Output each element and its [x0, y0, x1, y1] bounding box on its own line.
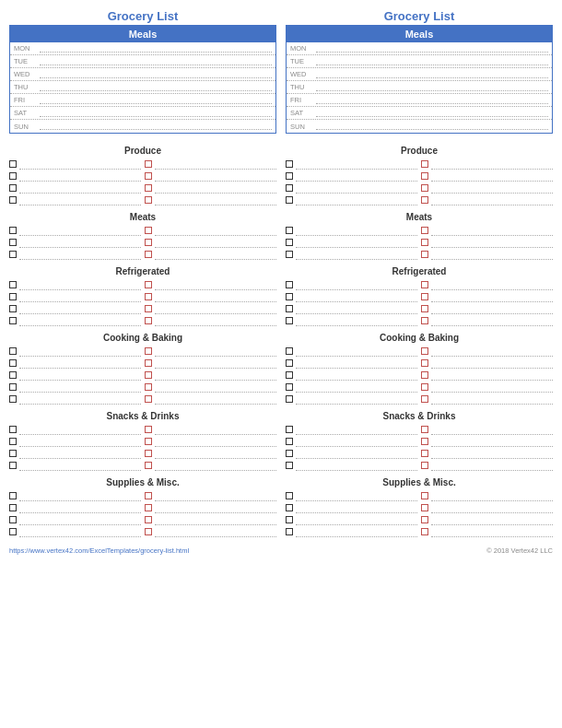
checkbox[interactable] [421, 450, 428, 457]
checkbox[interactable] [145, 160, 152, 168]
checkbox[interactable] [145, 438, 152, 445]
checkbox[interactable] [286, 160, 293, 168]
checkbox[interactable] [145, 516, 152, 523]
checkbox[interactable] [286, 172, 293, 180]
checkbox[interactable] [286, 462, 293, 469]
checkbox[interactable] [286, 438, 293, 445]
checkbox[interactable] [9, 383, 17, 391]
checkbox[interactable] [421, 160, 428, 168]
check-line [296, 494, 417, 501]
checkbox[interactable] [421, 426, 428, 433]
checkbox[interactable] [286, 305, 293, 312]
checkbox[interactable] [9, 504, 17, 511]
checkbox[interactable] [145, 293, 152, 300]
checkbox[interactable] [9, 450, 17, 457]
checkbox[interactable] [421, 359, 428, 367]
checkbox[interactable] [286, 347, 293, 355]
checkbox[interactable] [421, 516, 428, 523]
checkbox[interactable] [421, 383, 428, 391]
checkbox[interactable] [421, 492, 428, 499]
checkbox[interactable] [286, 450, 293, 457]
checkbox[interactable] [421, 305, 428, 312]
checkbox[interactable] [145, 450, 152, 457]
checkbox[interactable] [421, 347, 428, 355]
checkbox[interactable] [145, 196, 152, 204]
checkbox[interactable] [145, 317, 152, 324]
checkbox[interactable] [286, 492, 293, 499]
checkbox[interactable] [421, 317, 428, 324]
checkbox[interactable] [286, 227, 293, 234]
checkbox[interactable] [9, 347, 17, 355]
checkbox[interactable] [421, 438, 428, 445]
checkbox[interactable] [286, 317, 293, 324]
checkbox[interactable] [145, 528, 152, 535]
checkbox[interactable] [145, 251, 152, 258]
checkbox[interactable] [421, 227, 428, 234]
checkbox[interactable] [286, 395, 293, 403]
checkbox[interactable] [286, 504, 293, 511]
checkbox[interactable] [421, 184, 428, 192]
checkbox[interactable] [145, 504, 152, 511]
checkbox[interactable] [145, 172, 152, 180]
checkbox[interactable] [421, 251, 428, 258]
checkbox[interactable] [145, 492, 152, 499]
checkbox[interactable] [9, 528, 17, 535]
checkbox[interactable] [9, 239, 17, 246]
checkbox[interactable] [9, 371, 17, 379]
checkbox[interactable] [421, 528, 428, 535]
checkbox[interactable] [286, 251, 293, 258]
checkbox[interactable] [421, 281, 428, 288]
checkbox[interactable] [9, 317, 17, 324]
checkbox[interactable] [286, 184, 293, 192]
checkbox[interactable] [9, 426, 17, 433]
checkbox[interactable] [145, 462, 152, 469]
checkbox[interactable] [286, 281, 293, 288]
checkbox[interactable] [421, 371, 428, 379]
checkbox[interactable] [286, 516, 293, 523]
checkbox[interactable] [9, 462, 17, 469]
checkbox[interactable] [421, 462, 428, 469]
footer-url[interactable]: https://www.vertex42.com/ExcelTemplates/… [9, 546, 189, 555]
checkbox[interactable] [145, 371, 152, 379]
checkbox[interactable] [145, 359, 152, 367]
checkbox[interactable] [286, 359, 293, 367]
checkbox[interactable] [421, 293, 428, 300]
checkbox[interactable] [286, 371, 293, 379]
checkbox[interactable] [145, 347, 152, 355]
checkbox[interactable] [145, 227, 152, 234]
checkbox[interactable] [9, 492, 17, 499]
checkbox[interactable] [421, 504, 428, 511]
checkbox[interactable] [145, 426, 152, 433]
checkbox[interactable] [9, 293, 17, 300]
checkbox[interactable] [9, 172, 17, 180]
meal-line-mon [40, 45, 272, 53]
checkbox[interactable] [145, 305, 152, 312]
checkbox[interactable] [286, 293, 293, 300]
checkbox[interactable] [286, 239, 293, 246]
checkbox[interactable] [9, 227, 17, 234]
checkbox[interactable] [9, 184, 17, 192]
checkbox[interactable] [286, 383, 293, 391]
checkbox[interactable] [9, 305, 17, 312]
checkbox[interactable] [9, 516, 17, 523]
list-item [145, 194, 276, 205]
checkbox[interactable] [286, 426, 293, 433]
checkbox[interactable] [9, 359, 17, 367]
checkbox[interactable] [286, 528, 293, 535]
checkbox[interactable] [9, 196, 17, 204]
checkbox[interactable] [9, 251, 17, 258]
checkbox[interactable] [145, 281, 152, 288]
checkbox[interactable] [421, 395, 428, 403]
checkbox[interactable] [145, 239, 152, 246]
checkbox[interactable] [145, 184, 152, 192]
checkbox[interactable] [145, 395, 152, 403]
checkbox[interactable] [9, 160, 17, 168]
checkbox[interactable] [421, 172, 428, 180]
checkbox[interactable] [9, 281, 17, 288]
checkbox[interactable] [9, 395, 17, 403]
checkbox[interactable] [145, 383, 152, 391]
checkbox[interactable] [421, 239, 428, 246]
checkbox[interactable] [9, 438, 17, 445]
checkbox[interactable] [421, 196, 428, 204]
checkbox[interactable] [286, 196, 293, 204]
